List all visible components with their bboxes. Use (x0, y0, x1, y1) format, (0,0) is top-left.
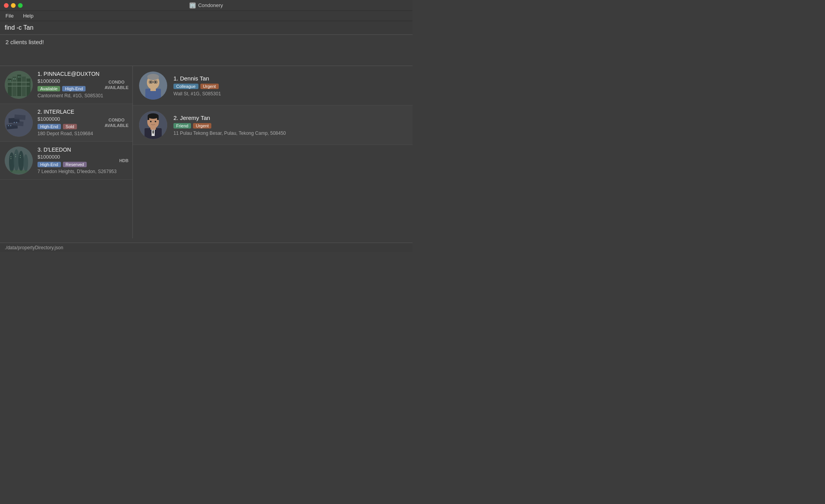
bottom-statusbar: ./data/propertyDirectory.json (0, 243, 412, 252)
svg-point-24 (9, 152, 14, 172)
svg-point-41 (155, 81, 156, 83)
status-message: 2 clients listed! (5, 39, 44, 45)
svg-rect-21 (14, 122, 15, 123)
tag-available: Available (38, 86, 60, 91)
menu-file[interactable]: File (4, 12, 15, 20)
svg-point-40 (150, 81, 152, 83)
client-tags-2: Friend Urgent (173, 123, 406, 129)
property-name-2: 2. INTERLACE (38, 109, 128, 115)
searchbar (0, 21, 412, 35)
svg-rect-29 (11, 156, 11, 157)
svg-point-26 (18, 151, 24, 171)
svg-rect-53 (157, 116, 159, 120)
minimize-button[interactable] (11, 3, 16, 8)
property-thumbnail-2 (5, 109, 33, 137)
client-avatar-2 (139, 111, 167, 139)
property-address-1: Cantonment Rd, #1G, S085301 (38, 93, 128, 98)
property-price-3: $1000000 (38, 154, 128, 160)
window-controls (4, 3, 23, 8)
svg-rect-13 (20, 77, 20, 77)
file-path: ./data/propertyDirectory.json (5, 245, 63, 250)
client-name-2: 2. Jeremy Tan (173, 114, 406, 121)
menubar: File Help (0, 11, 412, 21)
property-address-2: 180 Depot Road, S109684 (38, 131, 128, 136)
svg-point-39 (147, 74, 159, 80)
svg-rect-10 (13, 79, 14, 79)
tag-sold-2: Sold (63, 124, 77, 129)
property-tags-3: High-End Reserved (38, 162, 128, 167)
property-row[interactable]: 3. D'LEEDON $1000000 High-End Reserved 7… (0, 142, 132, 180)
client-tags-1: Colleague Urgent (173, 84, 406, 89)
svg-rect-18 (14, 114, 26, 120)
tag-urgent-1: Urgent (200, 84, 219, 89)
svg-point-55 (155, 121, 156, 122)
svg-rect-5 (27, 79, 30, 96)
svg-rect-6 (8, 82, 30, 83)
svg-rect-33 (20, 155, 21, 156)
svg-rect-1 (8, 79, 12, 96)
svg-rect-19 (8, 125, 9, 126)
maximize-button[interactable] (18, 3, 23, 8)
client-info-2: 2. Jeremy Tan Friend Urgent 11 Pulau Tek… (173, 114, 406, 136)
tag-urgent-2: Urgent (193, 123, 211, 129)
svg-rect-31 (15, 154, 16, 155)
menu-help[interactable]: Help (21, 12, 35, 20)
property-type-badge-2: CONDO AVAILABLE (105, 117, 129, 129)
properties-panel[interactable]: 1. PINNACLE@DUXTON $1000000 Available Hi… (0, 66, 133, 238)
svg-point-54 (150, 121, 152, 122)
property-name-1: 1. PINNACLE@DUXTON (38, 71, 128, 77)
titlebar: 🏢 Condonery (0, 0, 412, 11)
tag-high-end: High-End (62, 86, 86, 91)
client-info-1: 1. Dennis Tan Colleague Urgent Wall St, … (173, 75, 406, 97)
svg-rect-34 (20, 157, 21, 158)
svg-rect-8 (9, 80, 9, 81)
client-row[interactable]: 2. Jeremy Tan Friend Urgent 11 Pulau Tek… (133, 105, 412, 145)
property-type-badge-3: HDB (119, 158, 129, 163)
app-title: 🏢 Condonery (189, 2, 223, 9)
tag-reserved-3: Reserved (63, 162, 87, 167)
svg-rect-3 (17, 75, 21, 96)
client-address-2: 11 Pulau Tekong Besar, Pulau, Tekong Cam… (173, 130, 406, 136)
property-thumbnail-1 (5, 71, 33, 99)
tag-high-end-3: High-End (38, 162, 61, 167)
property-name-3: 3. D'LEEDON (38, 147, 128, 153)
tag-friend-2: Friend (173, 123, 191, 129)
svg-rect-7 (8, 86, 30, 87)
svg-rect-52 (148, 116, 149, 120)
svg-point-51 (148, 113, 159, 119)
property-info-3: 3. D'LEEDON $1000000 High-End Reserved 7… (38, 147, 128, 174)
svg-rect-30 (11, 158, 11, 159)
svg-rect-11 (15, 79, 16, 79)
client-avatar-1 (139, 71, 167, 100)
main-content: 1. PINNACLE@DUXTON $1000000 Available Hi… (0, 66, 412, 238)
tag-colleague-1: Colleague (173, 84, 198, 89)
app-icon: 🏢 (189, 2, 196, 9)
client-row[interactable]: 1. Dennis Tan Colleague Urgent Wall St, … (133, 66, 412, 105)
property-type-badge-1: CONDO AVAILABLE (105, 79, 129, 91)
svg-rect-20 (10, 125, 11, 126)
property-thumbnail-3 (5, 147, 33, 175)
search-input[interactable] (5, 24, 408, 31)
svg-rect-12 (18, 77, 19, 77)
close-button[interactable] (4, 3, 9, 8)
property-row[interactable]: 2. INTERLACE $1000000 High-End Sold 180 … (0, 104, 132, 142)
client-name-1: 1. Dennis Tan (173, 75, 406, 82)
tag-high-end-2: High-End (38, 124, 61, 129)
property-address-3: 7 Leedon Heights, D'leedon, S267953 (38, 169, 128, 174)
svg-point-27 (23, 154, 28, 172)
svg-rect-32 (15, 156, 16, 157)
property-row[interactable]: 1. PINNACLE@DUXTON $1000000 Available Hi… (0, 66, 132, 104)
svg-point-25 (14, 149, 19, 171)
client-address-1: Wall St, #1G, S085301 (173, 91, 406, 97)
status-area: 2 clients listed! (0, 35, 412, 66)
svg-rect-22 (16, 122, 17, 123)
svg-rect-9 (10, 80, 11, 81)
svg-point-28 (6, 170, 31, 174)
clients-panel[interactable]: 1. Dennis Tan Colleague Urgent Wall St, … (133, 66, 412, 238)
